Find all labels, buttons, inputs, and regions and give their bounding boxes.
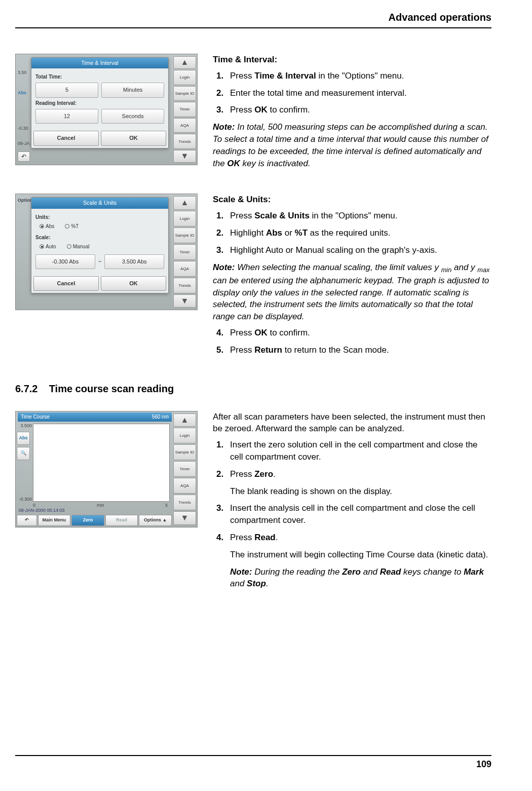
screen-title: Time Course [21,413,50,421]
sidebar-sample-id[interactable]: Sample ID [173,86,196,101]
scroll-down-icon[interactable]: ▼ [173,294,196,308]
step: Press Zero. The blank reading is shown o… [226,468,491,498]
page-header: Advanced operations [15,10,491,28]
scale-label: Scale: [35,234,164,241]
back-icon[interactable]: ↶ [18,152,30,162]
total-time-label: Total Time: [35,73,164,81]
note: Note: In total, 500 measuring steps can … [213,121,491,169]
step: Press OK to confirm. [226,327,491,339]
sidebar-trends[interactable]: Trends [173,278,196,293]
cancel-button[interactable]: Cancel [33,276,99,291]
x-unit: min [97,502,104,509]
sidebar-sample-id[interactable]: Sample ID [173,444,196,460]
total-time-value[interactable]: 5 [35,83,98,97]
sidebar-aqa[interactable]: AQA [173,478,196,494]
radio-abs[interactable]: Abs [40,223,54,230]
scroll-down-icon[interactable]: ▼ [173,150,196,163]
step: Press OK to confirm. [226,104,491,116]
main-menu-button[interactable]: Main Menu [38,515,71,526]
y-min: -0.300 [19,496,32,503]
scroll-up-icon[interactable]: ▲ [173,196,196,209]
back-icon[interactable]: ↶ [17,515,37,526]
cancel-button[interactable]: Cancel [33,131,99,145]
sidebar-trends[interactable]: Trends [173,495,196,510]
tilde: ~ [98,258,101,266]
plot-area [33,424,170,502]
sidebar-aqa[interactable]: AQA [173,261,196,277]
step: Insert the analysis cell in the cell com… [226,502,491,526]
interval-value[interactable]: 12 [35,109,98,124]
sidebar-timer[interactable]: Timer [173,102,196,117]
sidebar-timer[interactable]: Timer [173,461,196,477]
wavelength: 560 nm [152,413,169,421]
sidebar-login[interactable]: Login [173,428,196,443]
intro-text: After all scan parameters have been sele… [213,411,491,435]
radio-auto[interactable]: Auto [40,243,56,250]
dialog-title: Scale & Units [31,198,168,208]
sidebar-login[interactable]: Login [173,211,196,227]
time-course-screenshot: Time Course 560 nm Abs 🔍 3.500 -0.300 0 … [15,411,198,528]
scroll-up-icon[interactable]: ▲ [173,413,196,427]
ok-button[interactable]: OK [101,276,166,291]
sidebar-timer[interactable]: Timer [173,244,196,260]
note: Note: During the reading the Zero and Re… [230,566,491,590]
interval-unit[interactable]: Seconds [101,109,164,124]
step: Insert the zero solution cell in the cel… [226,439,491,463]
dialog-title: Time & Interval [31,58,168,68]
scroll-down-icon[interactable]: ▼ [173,511,196,524]
step: Press Time & Interval in the "Options" m… [226,70,491,82]
scroll-up-icon[interactable]: ▲ [173,56,196,69]
y-max: 3.500 [20,423,32,429]
timestamp: 06-JAN-2000 05:14:03 [19,507,65,514]
step: Press Return to return to the Scan mode. [226,344,491,356]
step: Highlight Auto or Manual scaling on the … [226,244,491,256]
scale-units-screenshot: Options Scale & Units Units: Abs %T Scal… [15,194,198,310]
options-button[interactable]: Options ▲ [139,515,172,526]
ok-button[interactable]: OK [101,131,166,145]
step-result: The instrument will begin collecting Tim… [230,549,491,561]
sidebar-sample-id[interactable]: Sample ID [173,228,196,243]
units-label: Units: [35,214,164,221]
page-number: 109 [15,755,491,771]
time-interval-screenshot: 3.50 Abs -0.30 06-JA ↶ Time & Interval T… [15,54,198,165]
section-title: Scale & Units: [213,194,491,206]
radio-pt[interactable]: %T [65,223,79,230]
x-max: 5 [165,502,168,509]
scale-high[interactable]: 3.500 Abs [104,254,164,269]
step: Press Scale & Units in the "Options" men… [226,210,491,222]
sidebar-aqa[interactable]: AQA [173,118,196,133]
step: Press Read. The instrument will begin co… [226,532,491,590]
section-heading: 6.7.2 Time course scan reading [15,382,491,396]
sidebar-login[interactable]: Login [173,70,196,85]
step: Enter the total time and measurement int… [226,87,491,99]
read-button[interactable]: Read [105,515,138,526]
sidebar-trends[interactable]: Trends [173,134,196,149]
axis-label: 3.50 [18,69,27,76]
axis-label: Abs [18,90,26,96]
section-title: Time & Interval: [213,54,491,66]
scale-low[interactable]: -0.300 Abs [35,254,95,269]
step-result: The blank reading is shown on the displa… [230,485,491,498]
zero-button[interactable]: Zero [71,515,104,526]
radio-manual[interactable]: Manual [67,243,90,250]
note: Note: When selecting the manual scaling,… [213,261,491,323]
total-time-unit[interactable]: Minutes [101,83,164,97]
date-fragment: 06-JA [18,140,30,147]
axis-label: -0.30 [18,125,28,132]
step: Highlight Abs or %T as the required unit… [226,227,491,239]
reading-interval-label: Reading Interval: [35,100,164,107]
